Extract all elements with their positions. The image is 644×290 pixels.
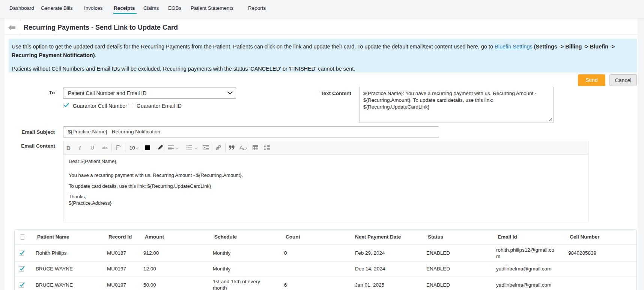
svg-text:A: A xyxy=(264,148,266,150)
